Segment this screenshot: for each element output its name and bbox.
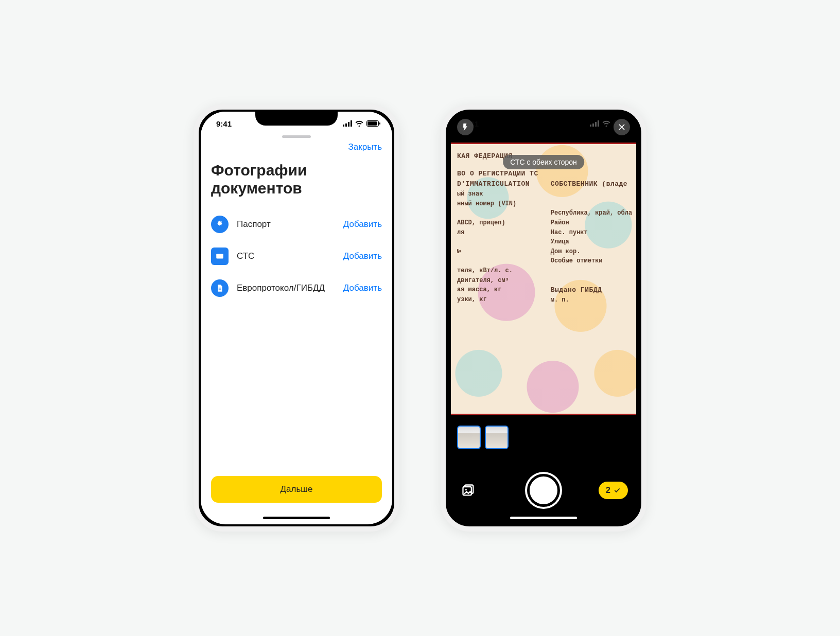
doc-label: Европротокол/ГИБДД xyxy=(237,283,335,293)
close-button[interactable] xyxy=(614,119,630,135)
done-count: 2 xyxy=(606,486,610,495)
svg-point-6 xyxy=(465,489,467,490)
camera-viewfinder: КАЯ ФЕДЕРАЦИЯ ВО О РЕГИСТРАЦИИ ТС D'IMMA… xyxy=(451,143,636,415)
doc-row-europrotocol[interactable]: Европротокол/ГИБДД Добавить xyxy=(211,272,382,304)
add-button[interactable]: Добавить xyxy=(343,219,382,229)
gallery-button[interactable] xyxy=(461,483,476,498)
shutter-button[interactable] xyxy=(527,474,560,507)
svg-rect-3 xyxy=(219,289,221,290)
doc-row-sts[interactable]: СТС Добавить xyxy=(211,240,382,272)
document-icon xyxy=(211,279,229,297)
doc-label: Паспорт xyxy=(237,219,335,229)
close-button[interactable]: Закрыть xyxy=(348,142,382,152)
check-icon xyxy=(614,487,621,494)
camera-caption: СТС с обеих сторон xyxy=(503,155,584,169)
flash-button[interactable] xyxy=(457,119,474,135)
phone-documents-list: 9:41 Закрыть Фотографии документов Паспо… xyxy=(194,104,399,532)
battery-icon xyxy=(366,120,379,127)
cellular-signal-icon xyxy=(343,120,352,127)
status-bar: 9:41 xyxy=(201,112,392,135)
add-button[interactable]: Добавить xyxy=(343,251,382,261)
status-time: 9:41 xyxy=(216,119,232,128)
id-card-icon xyxy=(211,248,229,265)
home-indicator[interactable] xyxy=(510,517,577,519)
wifi-icon xyxy=(355,120,363,127)
next-button[interactable]: Дальше xyxy=(211,476,382,503)
thumbnail-1[interactable] xyxy=(457,426,481,449)
done-button[interactable]: 2 xyxy=(599,482,628,499)
scanned-document: КАЯ ФЕДЕРАЦИЯ ВО О РЕГИСТРАЦИИ ТС D'IMMA… xyxy=(451,144,636,312)
thumbnail-2[interactable] xyxy=(485,426,509,449)
doc-label: СТС xyxy=(237,251,335,261)
sheet-grabber[interactable] xyxy=(282,135,311,138)
svg-rect-1 xyxy=(216,254,223,256)
passport-icon xyxy=(211,216,229,233)
home-indicator[interactable] xyxy=(263,517,330,519)
page-title: Фотографии документов xyxy=(201,155,392,208)
add-button[interactable]: Добавить xyxy=(343,283,382,293)
svg-rect-2 xyxy=(219,288,221,288)
phone-camera-scan: 9:41 СТС с обеих сторон КАЯ ФЕДЕРАЦИЯ ВО… xyxy=(441,104,646,532)
doc-row-passport[interactable]: Паспорт Добавить xyxy=(211,208,382,240)
